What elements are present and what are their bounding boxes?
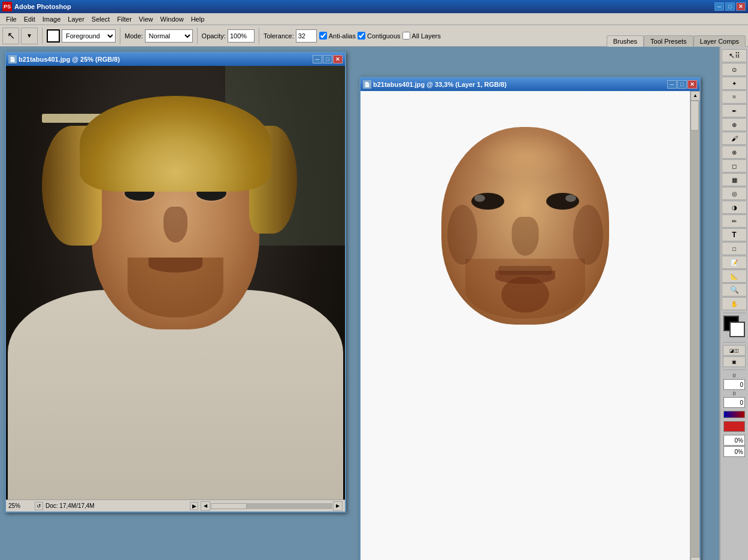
tool-zoom-btn[interactable]: 🔍 (722, 283, 747, 296)
cheek-right-shadow (573, 205, 603, 265)
menu-filter[interactable]: Filter (113, 14, 135, 24)
val-label-2: 0 (732, 391, 735, 396)
main-content: 📄 b21tabus401.jpg @ 25% (RGB/8) ─ □ ✕ (0, 47, 748, 560)
tool-type-btn[interactable]: T (722, 228, 747, 241)
opacity-input[interactable] (228, 29, 255, 43)
tool-crop-btn[interactable]: ⌗ (722, 90, 747, 104)
window2-scroll-down[interactable]: ▼ (691, 557, 700, 560)
separator-1 (42, 28, 43, 44)
opacity-pct-1[interactable] (723, 435, 745, 446)
app-close-btn[interactable]: ✕ (736, 2, 746, 11)
window2-canvas (361, 91, 690, 560)
window1-titlebar[interactable]: 📄 b21tabus401.jpg @ 25% (RGB/8) ─ □ ✕ (6, 53, 345, 66)
tool-eyedropper-btn[interactable]: ✒ (722, 104, 747, 117)
tool-heal-btn[interactable]: ⊕ (722, 118, 747, 131)
window1-scroll-thumb[interactable] (211, 503, 247, 509)
tool-shape-btn[interactable]: □ (722, 242, 747, 255)
anti-alias-checkbox[interactable] (319, 32, 327, 40)
tool-clone-btn[interactable]: ⊗ (722, 146, 747, 159)
window2-scroll-thumb[interactable] (691, 101, 699, 131)
window2-minimize[interactable]: ─ (667, 80, 677, 89)
opacity-label: Opacity: (202, 32, 226, 40)
tool-measure-btn[interactable]: 📐 (722, 270, 747, 283)
menu-image[interactable]: Image (39, 14, 65, 24)
tool-notes-btn[interactable]: 📝 (722, 256, 747, 269)
menu-window[interactable]: Window (157, 14, 187, 24)
canvas2-content (361, 91, 690, 560)
menu-select[interactable]: Select (88, 14, 114, 24)
lower-divider (723, 370, 746, 370)
window2-close[interactable]: ✕ (688, 80, 697, 89)
tool-arrow-btn[interactable]: ↖ (2, 28, 19, 44)
tool-blur-btn[interactable]: ◎ (722, 187, 747, 200)
window1-scroll-track[interactable] (211, 503, 332, 509)
tool-hand-btn[interactable]: ✋ (722, 297, 747, 310)
fg-bg-color (723, 316, 745, 337)
window1-nav-btn[interactable]: ▶ (190, 502, 198, 510)
anti-alias-group: Anti-alias (319, 32, 356, 40)
panel-tab-layer-comps[interactable]: Layer Comps (694, 35, 746, 47)
window2-canvas-area: ▲ ▼ (361, 91, 699, 560)
color-value-2[interactable] (723, 397, 745, 408)
screen-mode-btn[interactable]: ▣ (723, 356, 746, 367)
tolerance-input[interactable] (296, 29, 317, 43)
foreground-select[interactable]: Foreground (62, 29, 116, 43)
tool-dodge-btn[interactable]: ◑ (722, 201, 747, 214)
window2-scroll-track[interactable] (691, 101, 699, 557)
foreground-section: Foreground (47, 29, 116, 43)
cheek-left-shadow (447, 205, 477, 265)
opacity-section: Opacity: (202, 29, 255, 43)
window2-vscroll: ▲ ▼ (690, 91, 699, 560)
window1-statusbar: 25% ↺ Doc: 17,4M/17,4M ▶ ◀ ▶ (6, 500, 345, 511)
val-label-1: 0 (732, 373, 735, 379)
separator-2 (120, 28, 120, 44)
window2-titlebar[interactable]: 📄 b21tabus401.jpg @ 33,3% (Layer 1, RGB/… (361, 78, 699, 91)
tolerance-label: Tolerance: (264, 32, 294, 40)
tool-pen-btn[interactable]: ✏ (722, 214, 747, 228)
foreground-swatch[interactable] (47, 29, 60, 43)
mode-section: Mode: Normal (125, 29, 193, 43)
mode-select[interactable]: Normal (145, 29, 193, 43)
tool-lasso-btn[interactable]: ⊙ (722, 63, 747, 76)
tool-select-btn[interactable]: ↖⠿ (722, 49, 747, 62)
nose (512, 217, 539, 256)
window1-scroll-left[interactable]: ◀ (201, 501, 210, 511)
window1-maximize[interactable]: □ (323, 55, 332, 63)
tool-expand-btn[interactable]: ▼ (21, 28, 38, 44)
app-title: Adobe Photoshop (14, 3, 714, 10)
opacity-pct-2[interactable] (723, 446, 745, 457)
window1-canvas (6, 66, 345, 500)
separator-4 (259, 28, 259, 44)
window1-refresh-btn[interactable]: ↺ (35, 502, 43, 510)
quick-mask-btn[interactable]: ◪◫ (723, 345, 746, 356)
beard (128, 258, 223, 317)
window1-scroll-right[interactable]: ▶ (333, 501, 343, 511)
menu-layer[interactable]: Layer (64, 14, 88, 24)
red-swatch[interactable] (723, 421, 745, 432)
menu-help[interactable]: Help (187, 14, 208, 24)
right-tools-panel: ↖⠿ ⊙ ✦ ⌗ ✒ ⊕ 🖌 ⊗ ◻ ▦ ◎ ◑ ✏ T □ 📝 📐 🔍 ✋ ◪… (719, 47, 748, 560)
all-layers-checkbox[interactable] (402, 32, 410, 40)
app-minimize-btn[interactable]: ─ (714, 2, 724, 11)
window1-doc-info: Doc: 17,4M/17,4M (46, 503, 187, 509)
tool-magic-wand-btn[interactable]: ✦ (722, 77, 747, 90)
tool-gradient-btn[interactable]: ▦ (722, 173, 747, 186)
panel-tab-tool-presets[interactable]: Tool Presets (644, 35, 694, 47)
menu-edit[interactable]: Edit (20, 14, 39, 24)
window2-maximize[interactable]: □ (677, 80, 687, 89)
tool-eraser-btn[interactable]: ◻ (722, 159, 747, 172)
panel-tab-brushes[interactable]: Brushes (607, 35, 644, 47)
contiguous-label: Contiguous (367, 32, 401, 40)
app-maximize-btn[interactable]: □ (725, 2, 735, 11)
window2-scroll-up[interactable]: ▲ (691, 91, 700, 101)
menu-file[interactable]: File (2, 14, 20, 24)
separator-3 (197, 28, 198, 44)
color-value-1[interactable] (723, 379, 745, 390)
background-color[interactable] (729, 322, 745, 337)
menu-view[interactable]: View (135, 14, 157, 24)
window1-controls: ─ □ ✕ (313, 55, 343, 63)
window1-close[interactable]: ✕ (333, 55, 343, 63)
contiguous-checkbox[interactable] (358, 32, 365, 40)
tool-brush-btn[interactable]: 🖌 (722, 132, 747, 145)
window1-minimize[interactable]: ─ (313, 55, 322, 63)
